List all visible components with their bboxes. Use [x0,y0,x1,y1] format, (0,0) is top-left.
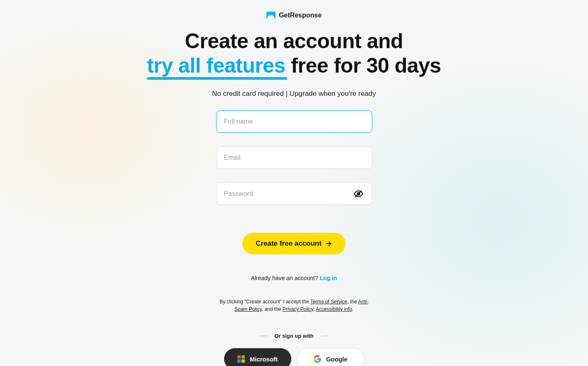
divider-line-left [259,336,267,336]
brand-name: GetResponse [279,12,322,19]
headline-line2-rest: free for 30 days [285,54,441,77]
password-input[interactable] [224,190,353,198]
terms-of-service-link[interactable]: Terms of Service [310,299,347,305]
login-prompt: Already have an account? Log in [216,275,372,281]
create-account-button[interactable]: Create free account [242,233,346,254]
brand-logo: GetResponse [266,12,322,19]
email-field-wrap[interactable] [216,146,372,169]
privacy-policy-link[interactable]: Privacy Policy [283,306,313,312]
divider-line-right [321,336,329,336]
headline-line1: Create an account and [185,29,403,53]
microsoft-icon [237,355,245,363]
headline-highlight: try all features [147,54,285,78]
arrow-right-icon [325,240,332,247]
signup-google-button[interactable]: Google [297,348,364,366]
social-signup-divider: Or sign up with [259,333,329,339]
legal-text: By clicking "Create account" I accept th… [216,298,372,313]
getresponse-icon [266,12,276,19]
login-prompt-text: Already have an account? [251,275,320,281]
login-link[interactable]: Log in [320,275,337,281]
google-label: Google [326,356,348,363]
microsoft-label: Microsoft [250,356,278,363]
toggle-password-visibility-icon[interactable] [353,188,364,200]
page-headline: Create an account and try all features f… [147,29,441,78]
fullname-field-wrap[interactable] [216,110,372,133]
divider-label: Or sign up with [274,333,314,339]
accessibility-info-link[interactable]: Accessibility info [316,306,352,312]
password-field-wrap[interactable] [216,183,372,205]
signup-microsoft-button[interactable]: Microsoft [224,348,291,366]
google-icon [314,355,321,363]
subheadline: No credit card required | Upgrade when y… [212,90,376,98]
fullname-input[interactable] [224,118,364,125]
create-account-label: Create free account [256,239,322,248]
email-input[interactable] [224,154,364,161]
